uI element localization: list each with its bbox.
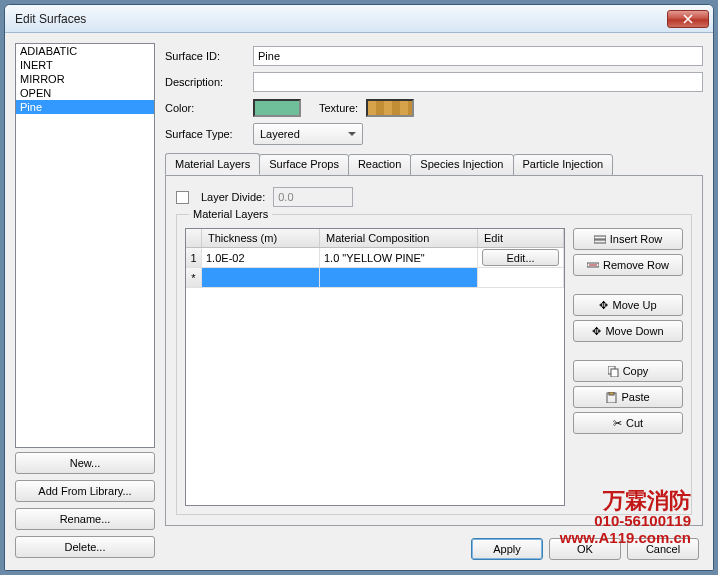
description-input[interactable] — [253, 72, 703, 92]
add-from-library-button[interactable]: Add From Library... — [15, 480, 155, 502]
svg-rect-0 — [594, 236, 606, 239]
tab-material-layers[interactable]: Material Layers — [165, 153, 260, 175]
dialog-buttons: Apply OK Cancel — [471, 538, 699, 560]
paste-icon — [606, 392, 617, 403]
ok-button[interactable]: OK — [549, 538, 621, 560]
col-composition[interactable]: Material Composition — [320, 229, 478, 247]
layer-divide-label: Layer Divide: — [201, 191, 265, 203]
new-row-marker: * — [186, 268, 202, 287]
move-down-icon: ✥ — [592, 325, 601, 338]
layer-divide-input — [273, 187, 353, 207]
svg-rect-7 — [609, 392, 614, 395]
cancel-button[interactable]: Cancel — [627, 538, 699, 560]
copy-button[interactable]: Copy — [573, 360, 683, 382]
grid-header: Thickness (m) Material Composition Edit — [186, 229, 564, 248]
delete-button[interactable]: Delete... — [15, 536, 155, 558]
insert-row-button[interactable]: Insert Row — [573, 228, 683, 250]
material-layers-grid[interactable]: Thickness (m) Material Composition Edit … — [185, 228, 565, 506]
window-title: Edit Surfaces — [15, 12, 667, 26]
col-edit[interactable]: Edit — [478, 229, 564, 247]
copy-icon — [608, 366, 619, 377]
color-label: Color: — [165, 102, 245, 114]
layer-divide-checkbox[interactable] — [176, 191, 189, 204]
tab-reaction[interactable]: Reaction — [348, 154, 411, 176]
surface-item-pine[interactable]: Pine — [16, 100, 154, 114]
move-up-icon: ✥ — [599, 299, 608, 312]
cell-composition[interactable]: 1.0 "YELLOW PINE" — [320, 248, 478, 267]
grid-side-buttons: Insert Row Remove Row ✥ Move Up ✥ — [573, 228, 683, 506]
surface-item-inert[interactable]: INERT — [16, 58, 154, 72]
cut-button[interactable]: ✂ Cut — [573, 412, 683, 434]
surface-item-mirror[interactable]: MIRROR — [16, 72, 154, 86]
paste-button[interactable]: Paste — [573, 386, 683, 408]
cut-icon: ✂ — [613, 417, 622, 430]
insert-row-icon — [594, 234, 606, 244]
texture-label: Texture: — [319, 102, 358, 114]
table-row-new[interactable]: * — [186, 268, 564, 288]
move-up-button[interactable]: ✥ Move Up — [573, 294, 683, 316]
table-row[interactable]: 1 1.0E-02 1.0 "YELLOW PINE" Edit... — [186, 248, 564, 268]
edit-row-button[interactable]: Edit... — [482, 249, 559, 266]
surface-id-input[interactable] — [253, 46, 703, 66]
surface-item-adiabatic[interactable]: ADIABATIC — [16, 44, 154, 58]
close-icon — [683, 14, 693, 24]
surface-type-dropdown[interactable]: Layered — [253, 123, 363, 145]
left-column: ADIABATIC INERT MIRROR OPEN Pine New... … — [15, 43, 155, 560]
right-column: Surface ID: Description: Color: Texture:… — [165, 43, 703, 560]
color-swatch[interactable] — [253, 99, 301, 117]
col-thickness[interactable]: Thickness (m) — [202, 229, 320, 247]
svg-rect-5 — [611, 369, 618, 377]
close-button[interactable] — [667, 10, 709, 28]
description-label: Description: — [165, 76, 245, 88]
tab-particle-injection[interactable]: Particle Injection — [513, 154, 614, 176]
material-layers-group: Material Layers Thickness (m) Material C… — [176, 208, 692, 515]
surface-listbox[interactable]: ADIABATIC INERT MIRROR OPEN Pine — [15, 43, 155, 448]
surface-id-label: Surface ID: — [165, 50, 245, 62]
move-down-button[interactable]: ✥ Move Down — [573, 320, 683, 342]
apply-button[interactable]: Apply — [471, 538, 543, 560]
tab-surface-props[interactable]: Surface Props — [259, 154, 349, 176]
titlebar: Edit Surfaces — [5, 5, 713, 33]
remove-row-button[interactable]: Remove Row — [573, 254, 683, 276]
new-button[interactable]: New... — [15, 452, 155, 474]
surface-item-open[interactable]: OPEN — [16, 86, 154, 100]
edit-surfaces-dialog: Edit Surfaces ADIABATIC INERT MIRROR OPE… — [4, 4, 714, 571]
dialog-body: ADIABATIC INERT MIRROR OPEN Pine New... … — [5, 33, 713, 570]
cell-thickness[interactable]: 1.0E-02 — [202, 248, 320, 267]
rename-button[interactable]: Rename... — [15, 508, 155, 530]
material-layers-legend: Material Layers — [189, 208, 272, 220]
surface-type-label: Surface Type: — [165, 128, 245, 140]
remove-row-icon — [587, 260, 599, 270]
tab-species-injection[interactable]: Species Injection — [410, 154, 513, 176]
tab-panel-material-layers: Layer Divide: Material Layers Thickness … — [165, 175, 703, 526]
row-index: 1 — [186, 248, 202, 267]
svg-rect-1 — [594, 240, 606, 243]
tab-strip: Material Layers Surface Props Reaction S… — [165, 153, 703, 175]
texture-swatch[interactable] — [366, 99, 414, 117]
